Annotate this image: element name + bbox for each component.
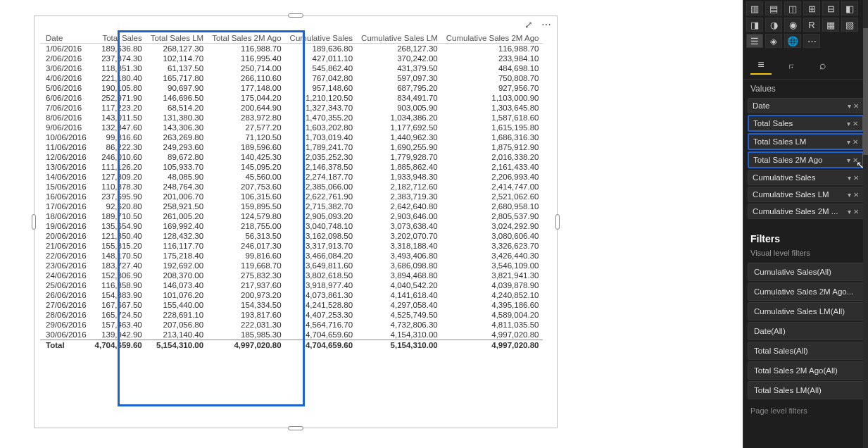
filter-card[interactable]: Total Sales LM(All) [748,381,864,399]
col-date[interactable]: Date [40,33,91,44]
fields-tab-icon[interactable]: ≡ [750,56,772,75]
field-pill[interactable]: Total Sales 2M Ago▾✕ [748,151,864,168]
chevron-down-icon[interactable]: ▾ [847,138,850,146]
viz-type-icon[interactable]: ▤ [765,1,782,15]
scrollbar-thumb[interactable] [863,28,868,155]
remove-icon[interactable]: ✕ [853,174,859,182]
viz-type-icon[interactable]: ◫ [784,1,801,15]
cell: 155,815.20 [91,241,146,251]
field-pill[interactable]: Cumulative Sales 2M ...▾✕ [748,204,864,219]
focus-mode-icon[interactable]: ⤢ [524,19,533,30]
cell: 7/06/2016 [40,103,91,113]
chevron-down-icon[interactable]: ▾ [848,191,851,199]
filter-card[interactable]: Cumulative Sales(All) [748,263,864,281]
remove-icon[interactable]: ✕ [853,208,859,216]
table-row[interactable]: 15/06/2016110,878.30248,764.30207,753.60… [40,182,543,192]
chevron-down-icon[interactable]: ▾ [847,156,850,164]
filter-card[interactable]: Cumulative Sales LM(All) [748,302,864,321]
chevron-down-icon[interactable]: ▾ [847,120,850,127]
viz-type-icon[interactable]: ◨ [746,18,763,32]
table-row[interactable]: 18/06/2016189,710.50261,005.20124,579.80… [40,211,543,221]
table-row[interactable]: 14/06/2016127,809.2048,085.9045,560.002,… [40,172,543,182]
col-cum-sales[interactable]: Cumulative Sales [286,33,357,44]
viz-type-icon[interactable]: ▧ [841,18,858,32]
col-cum-sales-2m[interactable]: Cumulative Sales 2M Ago [442,33,543,44]
field-pill[interactable]: Date▾✕ [748,98,864,113]
table-row[interactable]: 19/06/2016135,654.90169,992.40218,755.00… [40,221,543,231]
analytics-tab-icon[interactable]: ⌕ [812,56,834,75]
table-row[interactable]: 4/06/2016221,180.40165,717.80266,110.607… [40,73,543,83]
table-row[interactable]: 22/06/2016148,170.50175,218.4099,816.603… [40,251,543,261]
viz-type-icon[interactable]: ⊟ [822,1,839,15]
chevron-down-icon[interactable]: ▾ [848,208,851,216]
table-row[interactable]: 3/06/2016118,851.3061,137.50250,714.0054… [40,63,543,73]
filter-card[interactable]: Date(All) [748,322,864,340]
table-row[interactable]: 27/06/2016167,667.50155,440.00154,334.50… [40,300,543,310]
resize-handle-right[interactable] [555,214,560,230]
table-row[interactable]: 10/06/201699,816.60263,269.8071,120.501,… [40,132,543,142]
filter-card[interactable]: Total Sales(All) [748,342,864,360]
col-total-sales-2m[interactable]: Total Sales 2M Ago [208,33,285,44]
table-row[interactable]: 11/06/201686,222.30249,293.60189,596.601… [40,142,543,152]
viz-type-icon[interactable]: ◉ [784,18,801,32]
table-row[interactable]: 25/06/2016116,358.90146,073.40217,937.60… [40,280,543,290]
remove-icon[interactable]: ✕ [853,138,858,146]
table-row[interactable]: 5/06/2016190,105.8090,697.90177,148.0095… [40,83,543,93]
col-total-sales-lm[interactable]: Total Sales LM [146,33,208,44]
viz-type-icon[interactable]: ◑ [765,18,782,32]
table-visual-container[interactable]: ⤢ ⋯ Date Total Sales Total Sales LM Tota… [34,15,558,428]
table-row[interactable]: 8/06/2016143,011.50131,380.30283,972.801… [40,113,543,123]
table-row[interactable]: 17/06/201692,620.80258,921.50159,895.502… [40,201,543,211]
chevron-down-icon[interactable]: ▾ [848,174,851,182]
viz-type-icon[interactable]: R [803,18,820,32]
table-row[interactable]: 21/06/2016155,815.20116,117.70246,017.30… [40,241,543,251]
table-row[interactable]: 23/06/2016183,727.40192,692.00119,668.70… [40,261,543,270]
field-pill[interactable]: Total Sales▾✕ [748,115,864,132]
table-row[interactable]: 9/06/2016132,847.60143,306.3027,577.201,… [40,123,543,132]
table-row[interactable]: 24/06/2016152,806.90208,370.00275,832.30… [40,270,543,280]
filter-card[interactable]: Cumulative Sales 2M Ago... [748,282,864,301]
table-row[interactable]: 26/06/2016154,883.90101,076.20200,973.20… [40,290,543,300]
table-row[interactable]: 2/06/2016237,374.30102,114.70116,995.404… [40,54,543,63]
field-pill[interactable]: Cumulative Sales LM▾✕ [748,187,864,202]
format-tab-icon[interactable]: ⟔ [781,56,803,75]
panel-scrollbar[interactable] [863,0,868,448]
viz-type-icon[interactable]: ▥ [746,1,763,15]
table-row[interactable]: 12/06/2016246,010.6089,672.80140,425.302… [40,152,543,162]
cell: 1,210,120.50 [286,93,357,103]
table-row[interactable]: 7/06/2016117,223.2068,514.20200,644.901,… [40,103,543,113]
resize-handle-top[interactable] [288,13,303,18]
resize-handle-left[interactable] [32,214,36,230]
more-options-icon[interactable]: ⋯ [541,19,551,30]
table-row[interactable]: 28/06/2016165,724.50228,691.10193,817.60… [40,310,543,320]
viz-type-icon[interactable]: ⋯ [803,34,820,48]
viz-type-icon[interactable]: ▦ [822,18,839,32]
filter-card[interactable]: Total Sales 2M Ago(All) [748,361,864,380]
col-total-sales[interactable]: Total Sales [91,33,146,44]
table-row[interactable]: 6/06/2016252,971.90146,696.50175,044.201… [40,93,543,103]
cell: 15/06/2016 [40,182,91,192]
remove-icon[interactable]: ✕ [853,191,859,199]
field-pill[interactable]: Total Sales LM▾✕ [748,133,864,150]
table-row[interactable]: 30/06/2016139,942.90213,140.40185,985.30… [40,330,543,340]
table-row[interactable]: 29/06/2016157,463.40207,056.80222,031.30… [40,320,543,330]
viz-type-icon[interactable]: 🌐 [784,34,801,48]
chevron-down-icon[interactable]: ▾ [848,102,851,110]
viz-type-icon[interactable]: ⊞ [803,1,820,15]
field-pill[interactable]: Cumulative Sales▾✕ [748,170,864,185]
viz-type-icon[interactable]: ◈ [765,34,782,48]
remove-icon[interactable]: ✕ [853,120,858,127]
remove-icon[interactable]: ✕ [853,102,859,110]
values-well[interactable]: Date▾✕Total Sales▾✕Total Sales LM▾✕Total… [743,97,868,226]
table-row[interactable]: 20/06/2016121,350.40128,432.3056,313.503… [40,231,543,241]
viz-type-icon[interactable]: ☰ [746,34,763,48]
cell: 169,992.40 [146,221,208,231]
cell: 2,414,747.00 [442,182,543,192]
col-cum-sales-lm[interactable]: Cumulative Sales LM [357,33,442,44]
table-row[interactable]: 13/06/2016111,126.20105,933.70145,095.20… [40,162,543,172]
table-row[interactable]: 16/06/2016237,695.90201,006.70106,315.60… [40,192,543,201]
table-row[interactable]: 1/06/2016189,636.80268,127.30116,988.701… [40,44,543,54]
resize-handle-bottom[interactable] [288,426,303,430]
viz-type-icon[interactable]: ◧ [841,1,858,15]
remove-icon[interactable]: ✕ [853,156,858,164]
